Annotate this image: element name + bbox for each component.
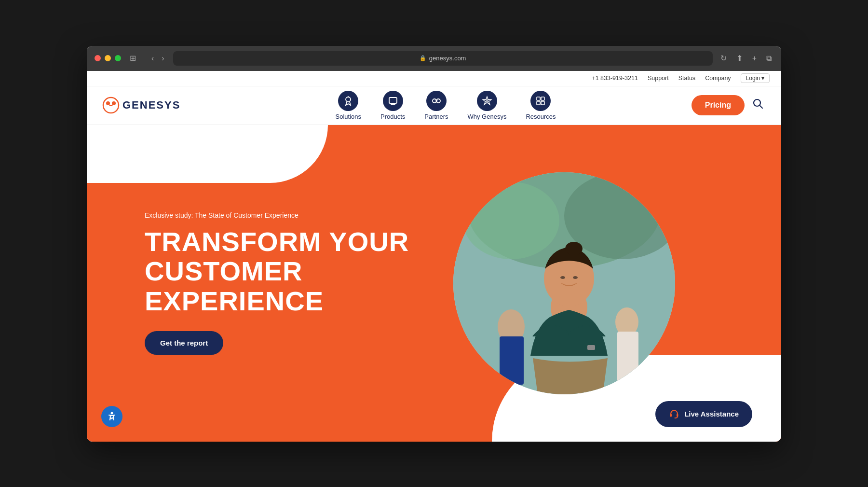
products-label: Products xyxy=(380,113,405,120)
website-content: +1 833-919-3211 Support Status Company L… xyxy=(87,71,781,442)
browser-window: ⊞ ‹ › 🔒 genesys.com ↻ ⬆ + ⧉ +1 833-919-3… xyxy=(87,46,781,442)
hero-content: Exclusive study: The State of Customer E… xyxy=(145,211,410,355)
main-nav: GENESYS Solutions xyxy=(87,86,781,125)
live-assistance-label: Live Assistance xyxy=(684,410,739,418)
why-genesys-icon xyxy=(477,91,497,111)
new-tab-button[interactable]: + xyxy=(750,53,759,64)
nav-arrows: ‹ › xyxy=(149,53,167,64)
status-link[interactable]: Status xyxy=(678,75,695,82)
resources-icon xyxy=(530,91,551,111)
svg-rect-10 xyxy=(537,101,540,105)
svg-point-24 xyxy=(560,276,565,279)
share-button[interactable]: ⬆ xyxy=(734,53,745,64)
svg-point-3 xyxy=(346,97,351,102)
top-bar: +1 833-919-3211 Support Status Company L… xyxy=(87,71,781,86)
nav-item-resources[interactable]: Resources xyxy=(518,87,563,124)
browser-chrome: ⊞ ‹ › 🔒 genesys.com ↻ ⬆ + ⧉ xyxy=(87,46,781,71)
nav-item-solutions[interactable]: Solutions xyxy=(328,87,369,124)
svg-rect-9 xyxy=(541,97,544,100)
hero-subtitle: Exclusive study: The State of Customer E… xyxy=(145,211,410,219)
svg-rect-11 xyxy=(541,101,544,105)
search-icon xyxy=(752,98,764,110)
svg-rect-30 xyxy=(675,417,676,418)
hero-illustration xyxy=(453,172,675,394)
partners-label: Partners xyxy=(424,113,448,120)
hero-title: Transform Your Customer Experience xyxy=(145,227,410,316)
nav-item-products[interactable]: Products xyxy=(373,87,413,124)
nav-item-partners[interactable]: Partners xyxy=(417,87,456,124)
address-bar[interactable]: 🔒 genesys.com xyxy=(173,51,713,66)
logo-link[interactable]: GENESYS xyxy=(102,97,180,114)
nav-item-why-genesys[interactable]: Why Genesys xyxy=(460,87,515,124)
live-assistance-button[interactable]: Live Assistance xyxy=(655,401,752,427)
solutions-label: Solutions xyxy=(336,113,361,120)
svg-rect-28 xyxy=(670,414,672,417)
url-display: genesys.com xyxy=(429,55,466,62)
traffic-lights xyxy=(95,55,121,61)
resources-label: Resources xyxy=(526,113,556,120)
back-button[interactable]: ‹ xyxy=(149,53,157,64)
svg-point-23 xyxy=(565,242,583,255)
partners-icon xyxy=(426,91,447,111)
products-icon xyxy=(383,91,403,111)
search-button[interactable] xyxy=(750,96,766,114)
svg-point-7 xyxy=(486,99,488,102)
why-genesys-label: Why Genesys xyxy=(468,113,507,120)
accessibility-icon xyxy=(107,411,117,422)
close-button[interactable] xyxy=(95,55,101,61)
svg-rect-26 xyxy=(587,345,595,350)
svg-rect-4 xyxy=(389,97,397,103)
genesys-logo-icon xyxy=(102,97,120,114)
svg-point-27 xyxy=(111,412,113,414)
svg-rect-18 xyxy=(500,336,524,385)
lock-icon: 🔒 xyxy=(420,55,426,61)
nav-items: Solutions Products xyxy=(200,87,691,124)
hero-cta-button[interactable]: Get the report xyxy=(145,331,223,355)
pricing-button[interactable]: Pricing xyxy=(692,95,745,115)
browser-actions: ↻ ⬆ + ⧉ xyxy=(719,53,773,64)
svg-point-15 xyxy=(463,182,559,259)
sidebar-toggle-button[interactable]: ⊞ xyxy=(127,52,139,65)
phone-number: +1 833-919-3211 xyxy=(592,75,638,82)
support-link[interactable]: Support xyxy=(648,75,669,82)
maximize-button[interactable] xyxy=(115,55,121,61)
headset-icon xyxy=(669,409,679,419)
reload-button[interactable]: ↻ xyxy=(719,53,729,64)
logo-text: GENESYS xyxy=(122,99,180,111)
hero-wave-topleft xyxy=(87,125,328,183)
solutions-icon xyxy=(338,91,358,111)
forward-button[interactable]: › xyxy=(159,53,167,64)
accessibility-button[interactable] xyxy=(101,406,122,427)
svg-point-25 xyxy=(573,276,578,279)
company-link[interactable]: Company xyxy=(705,75,731,82)
minimize-button[interactable] xyxy=(105,55,111,61)
chevron-down-icon: ▾ xyxy=(761,75,764,82)
hero-section: Exclusive study: The State of Customer E… xyxy=(87,125,781,442)
login-button[interactable]: Login ▾ xyxy=(741,73,770,83)
nav-right: Pricing xyxy=(692,95,766,115)
tabs-button[interactable]: ⧉ xyxy=(764,53,773,64)
hero-image xyxy=(453,172,675,394)
svg-rect-8 xyxy=(537,97,540,100)
